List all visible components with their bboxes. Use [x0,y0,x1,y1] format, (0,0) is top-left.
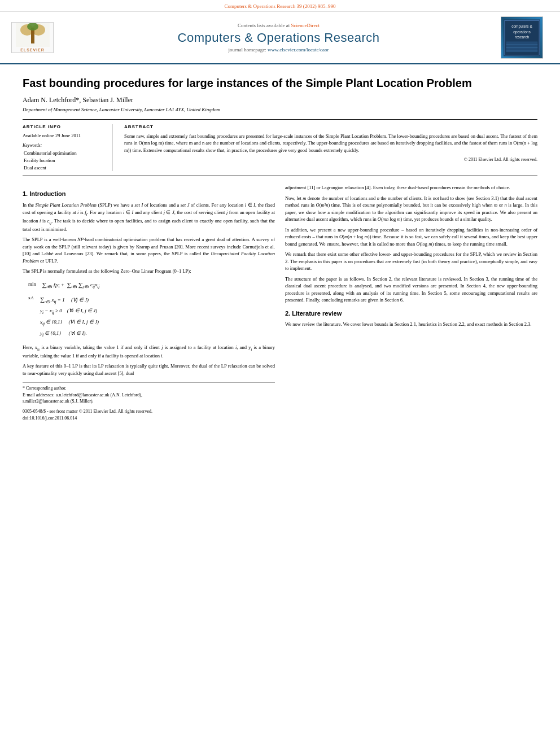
formula-line-1: ∑i∈I xij = 1 (∀j ∈ J) [38,293,99,306]
contents-available-line: Contents lists available at ScienceDirec… [56,23,501,28]
keyword-3: Dual ascent [24,164,106,172]
abstract-section: ABSTRACT Some new, simple and extremely … [124,124,537,171]
right-para5: The structure of the paper is as follows… [285,276,537,304]
journal-title: Computers & Operations Research [56,30,501,45]
formula-line-3: xij ∈ {0,1} (∀i ∈ I, j ∈ J) [38,317,99,328]
keywords-label: Keywords: [23,143,106,148]
right-para3: In addition, we present a new upper-boun… [285,226,537,247]
right-para2: Now, let m denote the number of location… [285,195,537,223]
footnote-issn: 0305-0548/$ - see front matter © 2011 El… [23,408,275,415]
page: Computers & Operations Research 39 (2012… [0,0,560,747]
right-para4: We remark that there exist some other ef… [285,251,537,272]
svg-text:operations: operations [513,29,531,34]
left-column: 1. Introduction In the Simple Plant Loca… [23,184,275,421]
svg-text:research: research [515,34,530,38]
homepage-label: journal homepage: [229,47,266,53]
authors: Adam N. Letchford*, Sebastian J. Miller [23,96,537,104]
article-meta: ARTICLE INFO Available online 29 June 20… [23,119,537,176]
section2-text: We now review the literature. We cover l… [285,321,537,327]
section1-para2: The SPLP is a well-known NP-hard combina… [23,236,275,264]
journal-header: ELSEVIER Contents lists available at Sci… [0,12,560,64]
contents-label: Contents lists available at [238,23,290,28]
section1-para1: In the Simple Plant Location Problem (SP… [23,202,275,233]
section1-para-xij: Here, xij is a binary variable, taking t… [23,344,275,360]
footnote-email2: s.miller2@lancaster.ac.uk (S.J. Miller). [23,398,275,405]
formula-line-2: yi − xij ≥ 0 (∀i ∈ I, j ∈ J) [38,305,99,317]
copyright-line: © 2011 Elsevier Ltd. All rights reserved… [124,157,537,162]
svg-rect-10 [506,41,538,52]
available-date: Available online 29 June 2011 [23,133,106,138]
elsevier-text: ELSEVIER [20,48,45,52]
section1-para3: The SPLP is normally formulated as the f… [23,268,275,274]
main-content: Fast bounding procedures for large insta… [0,64,560,433]
footnote-email-label: E-mail addresses: a.n.letchford@lancaste… [23,392,275,399]
journal-cover-image: computers & operations research [501,16,543,59]
right-column: adjustment [11] or Lagrangian relaxation… [285,184,537,421]
top-bar: Computers & Operations Research 39 (2012… [0,0,560,12]
elsevier-logo: ELSEVIER [11,22,56,53]
svg-text:computers &: computers & [511,24,532,29]
article-info-heading: ARTICLE INFO [23,124,106,129]
email1: a.n.letchford@lancaster.ac.uk (A.N. Letc… [56,392,142,397]
formula-line-4: yi ∈ {0,1} (∀i ∈ I). [38,328,99,339]
affiliation: Department of Management Science, Lancas… [23,107,537,112]
journal-homepage: journal homepage: www.elsevier.com/locat… [56,47,501,53]
section1-title: 1. Introduction [23,190,275,199]
footnote-area: * Corresponding author. E-mail addresses… [23,382,275,421]
section2-title: 2. Literature review [285,309,537,318]
abstract-heading: ABSTRACT [124,124,537,129]
footnote-star: * Corresponding author. [23,385,275,392]
body-columns: 1. Introduction In the Simple Plant Loca… [23,184,537,421]
section1-para-lp: A key feature of this 0–1 LP is that its… [23,362,275,377]
article-title: Fast bounding procedures for large insta… [23,76,537,90]
article-info-panel: ARTICLE INFO Available online 29 June 20… [23,124,113,171]
journal-reference: Computers & Operations Research 39 (2012… [225,3,336,9]
sciencedirect-link[interactable]: ScienceDirect [291,23,320,28]
journal-header-center: Contents lists available at ScienceDirec… [56,23,501,53]
abstract-text: Some new, simple and extremely fast boun… [124,133,537,154]
keyword-2: Facility location [24,157,106,164]
email2: s.miller2@lancaster.ac.uk (S.J. Miller). [23,399,94,404]
right-para1: adjustment [11] or Lagrangian relaxation… [285,184,537,191]
keyword-1: Combinatorial optimisation [24,150,106,157]
email-label: E-mail addresses: [23,392,55,397]
homepage-url[interactable]: www.elsevier.com/locate/caor [268,47,329,53]
formula-block: min ∑i∈I fiyi + ∑i∈I ∑j∈J cijxij s.t. [28,279,275,339]
elsevier-logo-img: ELSEVIER [11,22,54,53]
footnote-doi: doi:10.1016/j.cor.2011.06.014 [23,415,275,422]
